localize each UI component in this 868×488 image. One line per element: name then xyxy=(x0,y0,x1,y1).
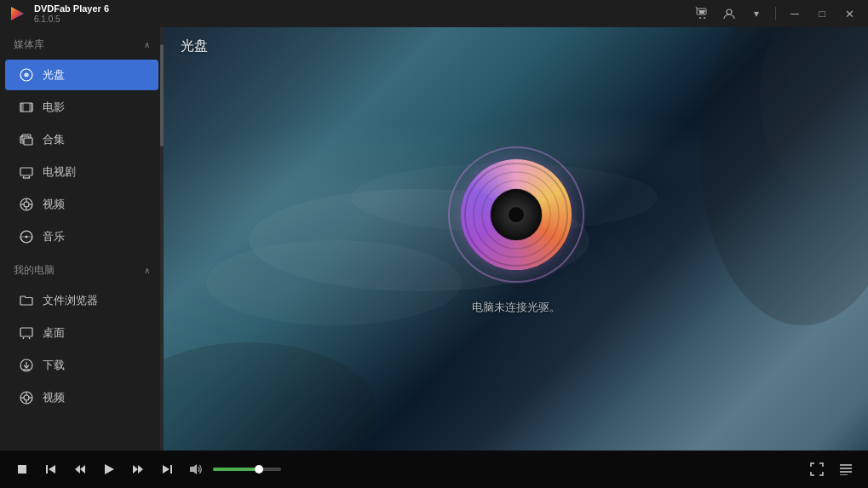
dropdown-icon[interactable]: ▾ xyxy=(744,3,768,24)
sidebar-item-video[interactable]: 视频 xyxy=(5,189,158,220)
main-layout: 媒体库 ∧ 光盘 xyxy=(0,27,868,451)
svg-marker-54 xyxy=(75,465,80,474)
disc-icon xyxy=(19,67,34,83)
download-icon xyxy=(19,358,34,373)
volume-thumb xyxy=(255,465,263,474)
svg-point-47 xyxy=(465,164,567,266)
svg-rect-8 xyxy=(20,103,32,112)
prev-track-button[interactable] xyxy=(39,457,63,481)
play-button[interactable] xyxy=(97,457,121,481)
svg-marker-59 xyxy=(163,465,170,474)
svg-point-50 xyxy=(491,189,542,240)
sidebar-item-filebrowser[interactable]: 文件浏览器 xyxy=(5,285,158,316)
app-logo-icon xyxy=(7,3,27,24)
disc-inner xyxy=(461,159,572,270)
disc-container: 电脑未连接光驱。 xyxy=(448,146,584,315)
sidebar-item-video2[interactable]: 视频 xyxy=(5,382,158,413)
svg-rect-60 xyxy=(170,465,172,474)
sidebar-section-computer: 我的电脑 ∧ xyxy=(0,253,164,284)
svg-line-30 xyxy=(23,337,24,339)
svg-point-4 xyxy=(727,9,732,14)
svg-point-7 xyxy=(26,74,27,76)
sidebar-section-media-label: 媒体库 xyxy=(14,37,44,52)
titlebar-actions: ▾ ─ □ ✕ xyxy=(690,3,861,24)
svg-point-49 xyxy=(482,181,550,249)
sidebar-item-disc[interactable]: 光盘 xyxy=(5,60,158,90)
rewind-button[interactable] xyxy=(68,457,92,481)
svg-point-2 xyxy=(704,17,705,19)
sidebar-item-movie-label: 电影 xyxy=(43,100,65,115)
sidebar-item-download[interactable]: 下载 xyxy=(5,350,158,381)
sidebar-item-tv-label: 电视剧 xyxy=(43,164,76,180)
titlebar-separator xyxy=(775,7,776,20)
svg-marker-53 xyxy=(49,465,55,474)
tv-icon xyxy=(19,164,34,180)
movie-icon xyxy=(19,100,34,115)
svg-rect-52 xyxy=(46,465,48,474)
app-title-group: DVDFab Player 6 6.1.0.5 xyxy=(34,4,109,24)
sidebar-item-video-label: 视频 xyxy=(43,197,65,212)
svg-point-36 xyxy=(24,395,29,400)
svg-marker-55 xyxy=(80,465,85,474)
music-icon xyxy=(19,229,34,244)
svg-point-1 xyxy=(699,17,701,19)
sidebar-item-filebrowser-label: 文件浏览器 xyxy=(43,293,98,308)
app-version: 6.1.0.5 xyxy=(34,15,109,24)
svg-marker-61 xyxy=(190,464,197,474)
volume-slider[interactable] xyxy=(213,468,281,471)
svg-rect-9 xyxy=(20,103,22,112)
disc-ring xyxy=(448,146,584,283)
minimize-button[interactable]: ─ xyxy=(783,3,807,24)
app-title: DVDFab Player 6 xyxy=(34,4,109,14)
svg-point-48 xyxy=(474,172,559,257)
svg-line-31 xyxy=(29,337,30,339)
sidebar-item-video2-label: 视频 xyxy=(43,390,65,405)
video2-icon xyxy=(19,390,34,405)
sidebar-item-music-label: 音乐 xyxy=(43,229,65,244)
restore-button[interactable]: □ xyxy=(810,3,834,24)
desktop-icon xyxy=(19,325,34,341)
sidebar-item-download-label: 下载 xyxy=(43,358,65,373)
sidebar-section-computer-label: 我的电脑 xyxy=(14,263,55,278)
fastforward-button[interactable] xyxy=(126,457,150,481)
sidebar-section-computer-chevron[interactable]: ∧ xyxy=(144,266,150,275)
next-track-button[interactable] xyxy=(155,457,179,481)
svg-marker-56 xyxy=(105,464,114,474)
sidebar-item-desktop[interactable]: 桌面 xyxy=(5,318,158,348)
svg-rect-10 xyxy=(31,103,32,112)
playlist-button[interactable] xyxy=(834,457,858,481)
svg-rect-15 xyxy=(24,138,32,145)
sidebar-section-media: 媒体库 ∧ xyxy=(0,27,164,59)
sidebar: 媒体库 ∧ 光盘 xyxy=(0,27,164,451)
volume-icon[interactable] xyxy=(184,457,208,481)
page-title: 光盘 xyxy=(181,37,208,55)
svg-marker-57 xyxy=(133,465,138,474)
svg-marker-0 xyxy=(11,7,24,20)
sidebar-item-music[interactable]: 音乐 xyxy=(5,221,158,252)
svg-rect-29 xyxy=(20,328,32,336)
stop-button[interactable] xyxy=(10,457,34,481)
sidebar-item-movie[interactable]: 电影 xyxy=(5,92,158,123)
disc-rings-svg xyxy=(461,159,572,270)
volume-fill xyxy=(213,468,261,471)
sidebar-section-media-chevron[interactable]: ∧ xyxy=(144,40,150,49)
close-button[interactable]: ✕ xyxy=(837,3,861,24)
folder-icon xyxy=(19,293,34,308)
svg-marker-58 xyxy=(138,465,143,474)
titlebar: DVDFab Player 6 6.1.0.5 ▾ ─ □ xyxy=(0,0,868,27)
sidebar-item-collection-label: 合集 xyxy=(43,132,65,147)
sidebar-item-desktop-label: 桌面 xyxy=(43,325,65,341)
controlbar xyxy=(0,451,868,488)
sidebar-item-tv[interactable]: 电视剧 xyxy=(5,157,158,187)
svg-rect-16 xyxy=(20,168,32,175)
no-disc-message: 电脑未连接光驱。 xyxy=(472,300,560,315)
collection-icon xyxy=(19,132,34,147)
svg-point-43 xyxy=(164,342,377,451)
sidebar-item-disc-label: 光盘 xyxy=(43,67,65,83)
shop-icon[interactable] xyxy=(690,3,714,24)
fullscreen-button[interactable] xyxy=(805,457,829,481)
svg-point-21 xyxy=(24,202,29,207)
svg-point-46 xyxy=(206,240,462,325)
sidebar-item-collection[interactable]: 合集 xyxy=(5,124,158,155)
user-account-icon[interactable] xyxy=(717,3,741,24)
